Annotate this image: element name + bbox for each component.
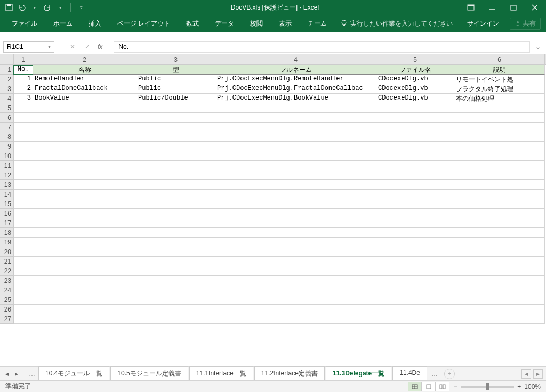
cell[interactable] (454, 151, 545, 161)
cell[interactable]: CDocexeDlg.vb (376, 75, 454, 84)
cell[interactable] (136, 151, 215, 161)
undo-icon[interactable] (17, 3, 27, 12)
cell[interactable]: 3 (14, 94, 33, 103)
cell[interactable]: リモートイベント処 (454, 75, 545, 84)
cell[interactable] (14, 103, 33, 113)
cell[interactable]: Public (136, 75, 215, 84)
cell[interactable] (215, 266, 376, 276)
cell[interactable]: CDocexeDlg.vb (376, 84, 454, 94)
cell[interactable] (376, 228, 454, 238)
row-header[interactable]: 5 (0, 103, 14, 113)
cell[interactable] (454, 314, 545, 324)
cell[interactable] (454, 295, 545, 305)
row-header[interactable]: 9 (0, 142, 14, 151)
cell[interactable]: Prj.CDocExecMenuDlg.FractalDoneCallbac (215, 84, 376, 94)
chevron-down-icon[interactable]: ▾ (48, 44, 51, 50)
sheet-overflow-left[interactable]: … (26, 370, 38, 378)
cell[interactable]: フラクタル終了処理 (454, 84, 545, 94)
cell[interactable] (33, 285, 136, 295)
cell[interactable]: Public (136, 84, 215, 94)
cell[interactable] (454, 170, 545, 180)
cell[interactable] (136, 132, 215, 142)
row-header[interactable]: 27 (0, 314, 14, 324)
normal-view-icon[interactable] (408, 382, 422, 391)
cell[interactable]: FractalDoneCallback (33, 84, 136, 94)
cell[interactable] (136, 305, 215, 314)
cell[interactable] (376, 170, 454, 180)
cell[interactable] (376, 113, 454, 123)
select-all-corner[interactable] (0, 54, 14, 64)
cell[interactable] (136, 170, 215, 180)
cell[interactable] (33, 161, 136, 170)
cancel-formula-icon[interactable]: ✕ (68, 43, 77, 51)
cell[interactable] (14, 132, 33, 142)
sheet-nav-first-icon[interactable]: ◂ (3, 369, 11, 379)
col-header[interactable]: 3 (136, 54, 215, 64)
cell[interactable] (215, 209, 376, 218)
row-header[interactable]: 12 (0, 170, 14, 180)
scroll-right-icon[interactable]: ▸ (533, 369, 543, 379)
formula-expand-icon[interactable]: ⌄ (533, 43, 543, 51)
qat-customize-icon[interactable]: ▿ (76, 3, 86, 12)
row-header[interactable]: 15 (0, 199, 14, 209)
cell[interactable] (215, 247, 376, 257)
cell[interactable] (376, 218, 454, 228)
cell[interactable] (14, 209, 33, 218)
cell[interactable] (215, 199, 376, 209)
row-header[interactable]: 11 (0, 161, 14, 170)
cell[interactable] (14, 247, 33, 257)
page-break-view-icon[interactable] (436, 382, 449, 391)
cell[interactable] (454, 180, 545, 190)
zoom-in-button[interactable]: + (517, 383, 521, 390)
cell[interactable] (136, 266, 215, 276)
row-header[interactable]: 18 (0, 228, 14, 238)
cell[interactable] (14, 161, 33, 170)
cell[interactable]: フルネーム (215, 65, 376, 75)
cell[interactable] (215, 238, 376, 247)
cell[interactable] (14, 180, 33, 190)
tab-insert[interactable]: 挿入 (82, 16, 108, 31)
cell[interactable] (33, 199, 136, 209)
cell[interactable] (33, 170, 136, 180)
worksheet-grid[interactable]: 1 2 3 4 5 6 1No.名称型フルネームファイル名説明21RemoteH… (0, 54, 546, 366)
cell[interactable] (376, 247, 454, 257)
tab-home[interactable]: ホーム (47, 16, 79, 31)
cell[interactable]: 2 (14, 84, 33, 94)
cell[interactable] (136, 123, 215, 132)
cell[interactable] (454, 276, 545, 285)
cell[interactable]: Public/Double (136, 94, 215, 103)
col-header[interactable]: 2 (33, 54, 136, 64)
cell[interactable] (136, 247, 215, 257)
sheet-tab[interactable]: 11.2Interface定義書 (254, 366, 325, 381)
cell[interactable] (136, 199, 215, 209)
cell[interactable] (454, 132, 545, 142)
formula-input[interactable]: No. (114, 41, 530, 53)
cell[interactable] (14, 142, 33, 151)
cell[interactable]: RemoteHandler (33, 75, 136, 84)
row-header[interactable]: 26 (0, 305, 14, 314)
col-header[interactable]: 1 (14, 54, 33, 64)
sheet-tab[interactable]: 10.4モジュール一覧 (38, 366, 109, 381)
cell[interactable] (33, 113, 136, 123)
cell[interactable] (33, 276, 136, 285)
cell[interactable]: Prj.CDocExecMenuDlg.RemoteHandler (215, 75, 376, 84)
cell[interactable]: 1 (14, 75, 33, 84)
cell[interactable] (215, 161, 376, 170)
sheet-tab[interactable]: 10.5モジュール定義書 (110, 366, 188, 381)
cell[interactable] (215, 305, 376, 314)
cell[interactable] (376, 295, 454, 305)
tab-data[interactable]: データ (208, 16, 240, 31)
cell[interactable] (136, 113, 215, 123)
cell[interactable] (14, 314, 33, 324)
cell[interactable] (376, 238, 454, 247)
col-header[interactable]: 6 (454, 54, 545, 64)
cell[interactable] (215, 218, 376, 228)
cell[interactable] (136, 295, 215, 305)
cell[interactable]: Prj.CDocExecMenuDlg.BookValue (215, 94, 376, 103)
zoom-slider[interactable] (461, 386, 514, 388)
cell[interactable] (454, 161, 545, 170)
cell[interactable] (33, 132, 136, 142)
row-header[interactable]: 3 (0, 84, 14, 94)
cell[interactable] (136, 161, 215, 170)
page-layout-view-icon[interactable] (422, 382, 436, 391)
